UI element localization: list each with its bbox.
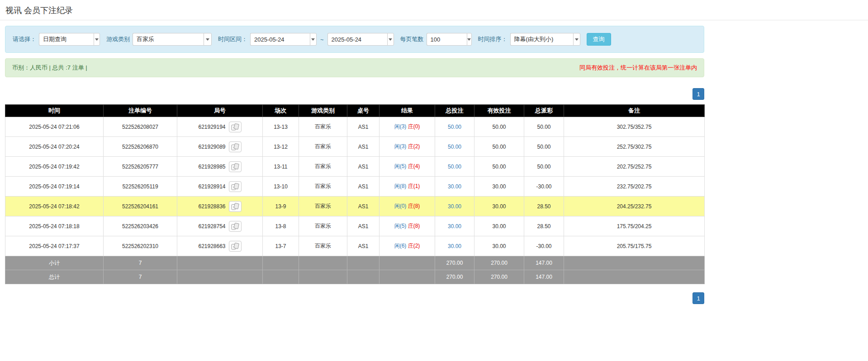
cell-remark: 175.75/204.25 [564,216,705,236]
cell-bet-id: 522526205777 [104,157,177,177]
table-row: 2025-05-24 07:18:18522526203426621928754… [5,216,705,236]
summary-cell [347,270,379,284]
summary-cell: 小计 [5,256,104,270]
summary-cell [379,270,435,284]
cell-bet-id: 522526202310 [104,236,177,256]
records-tbody: 2025-05-24 07:21:06522526208027621929194… [5,117,705,284]
cell-session: 13-8 [263,216,299,236]
select-type-label: 请选择： [13,35,36,43]
cell-valid-bet: 30.00 [474,197,524,216]
cell-table-no: AS1 [347,157,379,177]
cell-time: 2025-05-24 07:18:42 [5,197,104,216]
cell-game: 百家乐 [299,197,347,216]
cards-preview-icon[interactable] [229,141,242,152]
player-result: 闲(0) [394,203,407,209]
sort-order-label: 时间排序： [478,35,508,43]
header-divider [0,20,868,20]
cell-total-bet: 30.00 [435,236,474,256]
game-type-input[interactable] [133,33,204,46]
game-type-combo [133,33,212,46]
sort-order-input[interactable] [510,33,573,46]
cell-total-bet: 30.00 [435,197,474,216]
cell-remark: 202.75/252.75 [564,157,705,177]
banker-result: 庄(8) [408,223,420,229]
cell-total-bet: 30.00 [435,216,474,236]
cell-result: 闲(5) 庄(8) [379,216,435,236]
column-header-result: 结果 [379,105,435,117]
cell-remark: 302.75/352.75 [564,117,705,137]
banker-result: 庄(1) [408,183,420,189]
total-bet-link[interactable]: 50.00 [448,164,461,170]
summary-row: 小计7270.00270.00147.00 [5,256,705,270]
cards-preview-icon[interactable] [229,122,242,132]
cell-time: 2025-05-24 07:20:24 [5,137,104,157]
cell-table-no: AS1 [347,117,379,137]
page-size-input[interactable] [427,33,467,46]
cell-round: 621928754 [177,216,263,236]
round-number: 621928754 [198,223,225,230]
cell-remark: 232.75/202.75 [564,177,705,197]
column-header-bet-id: 注单编号 [104,105,177,117]
banker-result: 庄(2) [408,143,420,150]
cell-total-bet: 50.00 [435,157,474,177]
cell-session: 13-7 [263,236,299,256]
cell-table-no: AS1 [347,197,379,216]
summary-cell: 270.00 [435,256,474,270]
table-row: 2025-05-24 07:18:42522526204161621928836… [5,197,705,216]
table-row: 2025-05-24 07:19:42522526205777621928985… [5,157,705,177]
cell-payout: 50.00 [524,157,564,177]
summary-cell [177,256,263,270]
table-row: 2025-05-24 07:19:14522526205119621928914… [5,177,705,197]
cell-result: 闲(6) 庄(2) [379,236,435,256]
page-button[interactable]: 1 [693,88,704,100]
cell-game: 百家乐 [299,177,347,197]
round-number: 621928985 [198,164,225,170]
cards-graphic [231,223,239,230]
summary-row: 总计7270.00270.00147.00 [5,270,705,284]
chevron-down-icon[interactable] [94,33,100,46]
total-bet-link[interactable]: 30.00 [448,243,461,249]
column-header-valid-bet: 有效投注 [474,105,524,117]
filter-bar: 请选择： 游戏类别 时间区间： ~ 每页笔数 时间排序： [5,26,704,53]
chevron-down-icon[interactable] [573,33,580,46]
search-button[interactable]: 查询 [587,33,611,46]
cell-session: 13-9 [263,197,299,216]
column-header-remark: 备注 [564,105,705,117]
total-bet-link[interactable]: 30.00 [448,223,461,230]
column-header-payout: 总派彩 [524,105,564,117]
cards-preview-icon[interactable] [229,161,242,172]
date-from-input[interactable] [250,33,310,46]
page-button[interactable]: 1 [693,292,704,304]
total-bet-link[interactable]: 30.00 [448,183,461,190]
date-to-input[interactable] [327,33,387,46]
cards-preview-icon[interactable] [229,201,242,212]
cell-bet-id: 522526203426 [104,216,177,236]
cell-valid-bet: 30.00 [474,177,524,197]
cards-preview-icon[interactable] [229,221,242,232]
select-type-input[interactable] [39,33,94,46]
cell-time: 2025-05-24 07:17:37 [5,236,104,256]
chevron-down-icon[interactable] [204,33,212,46]
header-row: 时间注单编号局号场次游戏类别桌号结果总投注有效投注总派彩备注 [5,105,705,117]
summary-cell [177,270,263,284]
summary-cell: 7 [104,256,177,270]
cell-table-no: AS1 [347,137,379,157]
chevron-down-icon[interactable] [387,33,394,46]
cell-table-no: AS1 [347,216,379,236]
total-bet-link[interactable]: 30.00 [448,203,461,210]
banker-result: 庄(8) [408,203,420,209]
cell-round: 621928914 [177,177,263,197]
cell-bet-id: 522526208027 [104,117,177,137]
cell-time: 2025-05-24 07:19:14 [5,177,104,197]
cell-time: 2025-05-24 07:18:18 [5,216,104,236]
chevron-down-icon[interactable] [467,33,471,46]
chevron-down-icon[interactable] [310,33,317,46]
cell-payout: -30.00 [524,177,564,197]
cell-session: 13-13 [263,117,299,137]
date-range-separator: ~ [320,36,324,43]
cards-preview-icon[interactable] [229,241,242,252]
total-bet-link[interactable]: 50.00 [448,144,461,150]
cell-round: 621929089 [177,137,263,157]
cards-preview-icon[interactable] [229,181,242,192]
total-bet-link[interactable]: 50.00 [448,124,461,130]
